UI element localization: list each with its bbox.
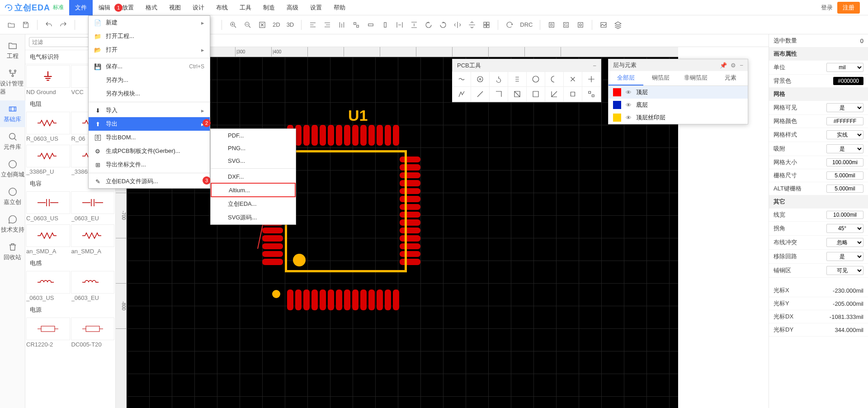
chip-pin[interactable] (393, 125, 399, 146)
chip-pin[interactable] (295, 289, 302, 310)
pcb-tools-panel[interactable]: PCB工具 − (452, 59, 601, 102)
chip-pin[interactable] (320, 289, 326, 310)
chip-pin[interactable] (295, 125, 302, 146)
register-button[interactable]: 注册 (837, 2, 860, 14)
file-menu-item[interactable]: 另存为... (89, 73, 210, 87)
close-icon[interactable]: − (593, 62, 596, 69)
chip-pin[interactable] (303, 125, 310, 146)
sidebar-item-jlc[interactable]: 嘉立创 (0, 183, 25, 210)
menu-format[interactable]: 格式 (140, 0, 163, 15)
tb-dist1-icon[interactable] (394, 19, 406, 31)
chip-pin[interactable] (344, 125, 350, 146)
chip-pin[interactable] (328, 289, 334, 310)
tb-refresh-icon[interactable] (504, 19, 515, 31)
chip-pin[interactable] (303, 289, 310, 310)
chip-pin[interactable] (287, 289, 293, 310)
export-menu-item[interactable]: Altium... (211, 183, 296, 197)
file-menu-item[interactable]: ⬇导入▸ (89, 104, 210, 117)
tb-align2-icon[interactable] (321, 19, 333, 31)
tb-2d[interactable]: 2D (271, 21, 282, 28)
sidebar-item-trash[interactable]: 回收站 (0, 238, 25, 265)
pcb-tool-5[interactable] (545, 71, 564, 87)
pcb-tool-13[interactable] (545, 86, 564, 102)
file-menu-item[interactable]: ⚙生成PCB制板文件(Gerber)... (89, 144, 210, 158)
menu-view[interactable]: 视图 (163, 0, 187, 15)
tb-grid-icon[interactable] (481, 19, 492, 31)
export-menu-item[interactable]: SVG源码... (211, 211, 296, 224)
sidebar-item-design-manager[interactable]: 设计管理器 (0, 65, 25, 100)
prop-input[interactable] (826, 185, 863, 193)
tb-flip2-icon[interactable] (466, 19, 478, 31)
layers-panel[interactable]: 层与元素 📌 ⚙ − 全部层 铜箔层 非铜箔层 元素 👁顶层👁底层👁顶层丝印层 (608, 59, 748, 124)
chip-pin[interactable] (320, 125, 326, 146)
file-menu-item[interactable]: 📂打开▸ (89, 43, 210, 57)
layer-color-swatch[interactable] (613, 101, 621, 109)
tb-g-icon[interactable]: G (560, 19, 572, 31)
prop-select[interactable]: 是 (826, 252, 863, 261)
menu-file[interactable]: 文件 (69, 0, 93, 15)
chip-pin[interactable] (377, 125, 383, 146)
sidebar-item-component-lib[interactable]: 元件库 (0, 128, 25, 155)
layers-tab-noncopper[interactable]: 非铜箔层 (678, 71, 713, 85)
sidebar-item-project[interactable]: 工程 (0, 37, 25, 64)
pcb-tool-4[interactable] (526, 71, 545, 87)
component-thumb[interactable] (26, 65, 70, 88)
chip-pin[interactable] (352, 289, 359, 310)
prop-input[interactable] (826, 171, 863, 180)
export-menu-item[interactable]: SVG... (211, 154, 296, 167)
prop-input[interactable] (826, 117, 863, 125)
minimize-icon[interactable]: − (740, 62, 743, 69)
pcb-tool-10[interactable] (489, 86, 508, 102)
file-menu-item[interactable]: 另存为模块... (89, 87, 210, 100)
login-link[interactable]: 登录 (821, 4, 833, 12)
chip-pin[interactable] (344, 289, 350, 310)
tb-zoomin-icon[interactable] (227, 19, 239, 31)
pcb-tool-14[interactable] (563, 86, 582, 102)
chip-pin[interactable] (311, 125, 318, 146)
tb-rot2-icon[interactable] (437, 19, 449, 31)
pcb-tool-3[interactable] (508, 71, 527, 87)
prop-select[interactable]: 可见 (826, 266, 863, 275)
file-menu-item[interactable]: 📁打开工程... (89, 29, 210, 43)
gear-icon[interactable]: ⚙ (731, 62, 736, 69)
component-thumb[interactable] (71, 271, 115, 294)
pcb-tool-1[interactable] (471, 71, 490, 87)
tb-save-icon[interactable] (20, 19, 32, 31)
tb-o-icon[interactable] (575, 19, 586, 31)
layers-tab-all[interactable]: 全部层 (609, 71, 643, 85)
chip-pin[interactable] (311, 289, 318, 310)
prop-select[interactable]: 是 (826, 103, 863, 112)
chip-pin[interactable] (262, 243, 283, 249)
menu-tools[interactable]: 工具 (234, 0, 257, 15)
chip-pin[interactable] (262, 259, 283, 265)
eye-icon[interactable]: 👁 (626, 114, 632, 121)
tb-layers-icon[interactable] (612, 19, 624, 31)
tb-dist2-icon[interactable] (408, 19, 420, 31)
tb-open-icon[interactable] (5, 19, 17, 31)
sidebar-item-support[interactable]: 技术支持 (0, 211, 25, 237)
chip-pin[interactable] (336, 289, 342, 310)
file-menu-item[interactable]: ⊞导出坐标文件... (89, 158, 210, 171)
pcb-tool-12[interactable] (526, 86, 545, 102)
chip-pin[interactable] (368, 289, 375, 310)
prop-color-chip[interactable]: #000000 (833, 77, 863, 85)
pcb-tool-8[interactable] (452, 86, 471, 102)
tb-fit-icon[interactable] (256, 19, 268, 31)
component-thumb[interactable] (26, 271, 70, 294)
layer-color-swatch[interactable] (613, 114, 621, 122)
prop-select[interactable]: 45° (826, 224, 863, 233)
menu-help[interactable]: 帮助 (328, 0, 351, 15)
export-menu-item[interactable]: 立创EDA... (211, 197, 296, 211)
prop-select[interactable]: 忽略 (826, 238, 863, 247)
pcb-tool-2[interactable] (489, 71, 508, 87)
pcb-tool-7[interactable] (582, 71, 601, 87)
pcb-tool-15[interactable] (582, 86, 601, 102)
component-thumb[interactable] (26, 224, 70, 247)
eye-icon[interactable]: 👁 (626, 89, 632, 96)
component-thumb[interactable] (71, 318, 115, 340)
tb-b-icon[interactable]: B (546, 19, 557, 31)
tb-flip1-icon[interactable] (452, 19, 463, 31)
prop-input[interactable] (826, 158, 863, 166)
layer-row[interactable]: 👁顶层 (609, 86, 748, 99)
menu-settings[interactable]: 设置 (304, 0, 328, 15)
